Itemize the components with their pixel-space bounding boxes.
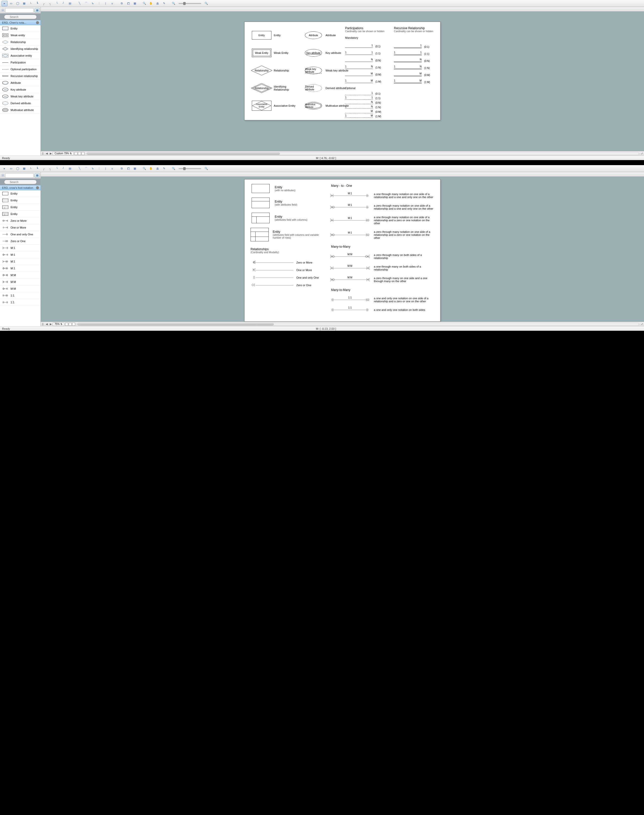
shape-item-11[interactable]: M:1: [0, 265, 40, 272]
eyedropper-icon[interactable]: ✎: [161, 1, 167, 6]
pointer-tool[interactable]: ▸: [2, 166, 8, 171]
connector-tool-2[interactable]: ┗: [34, 166, 40, 171]
align-tool[interactable]: ≡: [109, 1, 115, 6]
search-input[interactable]: [4, 15, 37, 19]
shape-item-7[interactable]: Zero or One: [0, 238, 40, 244]
connector-tool-4[interactable]: ┐: [47, 166, 53, 171]
connector-tool-6[interactable]: ╯: [60, 1, 66, 6]
page-prev[interactable]: ◀: [45, 323, 49, 326]
arc-tool[interactable]: ⌒: [83, 1, 89, 6]
fit-icon[interactable]: ⤢: [640, 152, 644, 155]
zoom-in-button[interactable]: 🔍: [203, 1, 209, 6]
shape-recursive-relationship[interactable]: Recursive relationship: [0, 73, 40, 80]
shape-item-10[interactable]: M:1: [0, 258, 40, 265]
shape-item-16[interactable]: 1:1: [0, 299, 40, 306]
print-icon[interactable]: 🖶: [155, 166, 161, 171]
zoom-out-button[interactable]: 🔍: [170, 166, 176, 171]
view-mode-icons[interactable]: [74, 152, 84, 155]
page-next[interactable]: ▶: [49, 323, 53, 326]
shape-optional-participation[interactable]: Optional participation: [0, 66, 40, 73]
shape-associative-entity[interactable]: Associative entity: [0, 52, 40, 59]
zoom-slider[interactable]: [179, 3, 201, 4]
line-tool[interactable]: ╲: [77, 166, 83, 171]
ungroup-tool[interactable]: ⧠: [125, 1, 131, 6]
canvas2[interactable]: Entity(with no attributes) Entity(with a…: [41, 177, 644, 322]
distribute-v-tool[interactable]: ⦚: [103, 166, 109, 171]
shape-item-12[interactable]: M:M: [0, 272, 40, 278]
layers-tool[interactable]: ▩: [132, 1, 138, 6]
quick-input[interactable]: [5, 173, 34, 178]
canvas[interactable]: Entity Entity Attribute Attribute Weak E…: [41, 12, 644, 151]
section-header[interactable]: ERD, Chen's nota...: [0, 20, 40, 25]
shape-item-15[interactable]: 1:1: [0, 292, 40, 299]
shape-entity[interactable]: Entity: [0, 25, 40, 32]
connector-tool-3[interactable]: ┌: [41, 166, 47, 171]
shape-item-3[interactable]: Entity: [0, 211, 40, 217]
close-icon[interactable]: [36, 186, 39, 189]
eyedropper-icon[interactable]: ✎: [161, 166, 167, 171]
note-tool[interactable]: ▤: [67, 1, 73, 6]
shape-item-4[interactable]: Zero or More: [0, 217, 40, 224]
distribute-h-tool[interactable]: ⦙: [96, 1, 102, 6]
ungroup-tool[interactable]: ⧠: [125, 166, 131, 171]
shape-derived-attribute[interactable]: Derived attribute: [0, 100, 40, 107]
rect-tool[interactable]: ▭: [8, 166, 14, 171]
group-tool[interactable]: ⧉: [119, 166, 125, 171]
shape-key-attribute[interactable]: Key attribute: [0, 86, 40, 93]
h-scrollbar[interactable]: [77, 323, 639, 326]
shape-attribute[interactable]: Attribute: [0, 80, 40, 86]
zoom-in-icon[interactable]: 🔍: [141, 1, 147, 6]
page-prev[interactable]: ◀: [45, 152, 49, 155]
pointer-tool[interactable]: ▸: [2, 1, 8, 6]
shape-item-9[interactable]: M:1: [0, 251, 40, 258]
search-input[interactable]: [4, 180, 37, 184]
table-tool[interactable]: ▦: [21, 1, 27, 6]
page-next[interactable]: ▶: [49, 152, 53, 155]
shape-item-14[interactable]: M:M: [0, 285, 40, 292]
path-tool[interactable]: ↳: [90, 1, 96, 6]
table-tool[interactable]: ▦: [21, 166, 27, 171]
connector-tool-1[interactable]: └: [28, 166, 34, 171]
shape-item-5[interactable]: One or More: [0, 224, 40, 231]
fit-icon[interactable]: ⤢: [640, 323, 644, 326]
page-first[interactable]: ||: [41, 152, 45, 155]
path-tool[interactable]: ↳: [90, 166, 96, 171]
print-icon[interactable]: 🖶: [155, 1, 161, 6]
hand-tool[interactable]: ✋: [148, 166, 154, 171]
shape-item-1[interactable]: Entity: [0, 197, 40, 204]
zoom-in-icon[interactable]: 🔍: [141, 166, 147, 171]
grid-view-icon[interactable]: ▦: [35, 8, 40, 12]
connector-tool-1[interactable]: └: [28, 1, 34, 6]
shape-weak-entity[interactable]: Weak entity: [0, 32, 40, 39]
section-header2[interactable]: ERD, crow's foot notation: [0, 185, 40, 190]
note-tool[interactable]: ▤: [67, 166, 73, 171]
connector-tool-3[interactable]: ┌: [41, 1, 47, 6]
align-tool[interactable]: ≡: [109, 166, 115, 171]
tree-icon[interactable]: ☷: [2, 173, 4, 178]
shape-identifying-relationship[interactable]: Identifying relationship: [0, 46, 40, 52]
shape-item-8[interactable]: M:1: [0, 244, 40, 251]
arc-tool[interactable]: ⌒: [83, 166, 89, 171]
distribute-h-tool[interactable]: ⦙: [96, 166, 102, 171]
connector-tool-5[interactable]: ╰: [54, 166, 60, 171]
zoom-out-button[interactable]: 🔍: [170, 1, 176, 6]
layers-tool[interactable]: ▩: [132, 166, 138, 171]
h-scrollbar[interactable]: [87, 152, 639, 155]
rect-tool[interactable]: ▭: [8, 1, 14, 6]
shape-relationship[interactable]: Relationship: [0, 39, 40, 46]
shape-item-6[interactable]: One and only One: [0, 231, 40, 238]
distribute-v-tool[interactable]: ⦚: [103, 1, 109, 6]
shape-item-2[interactable]: Entity: [0, 204, 40, 211]
shape-multivalue-attribute[interactable]: Multivalue attribute: [0, 107, 40, 114]
page-first[interactable]: ||: [41, 323, 45, 326]
shape-item-13[interactable]: M:M: [0, 278, 40, 285]
shape-item-0[interactable]: Entity: [0, 190, 40, 197]
connector-tool-4[interactable]: ┐: [47, 1, 53, 6]
zoom-in-button[interactable]: 🔍: [203, 166, 209, 171]
grid-view-icon[interactable]: ▦: [35, 173, 40, 178]
quick-input[interactable]: [5, 8, 34, 12]
shape-participation[interactable]: Participation: [0, 59, 40, 66]
zoom-slider[interactable]: [179, 168, 201, 169]
connector-tool-6[interactable]: ╯: [60, 166, 66, 171]
tree-icon[interactable]: ☷: [2, 8, 4, 13]
